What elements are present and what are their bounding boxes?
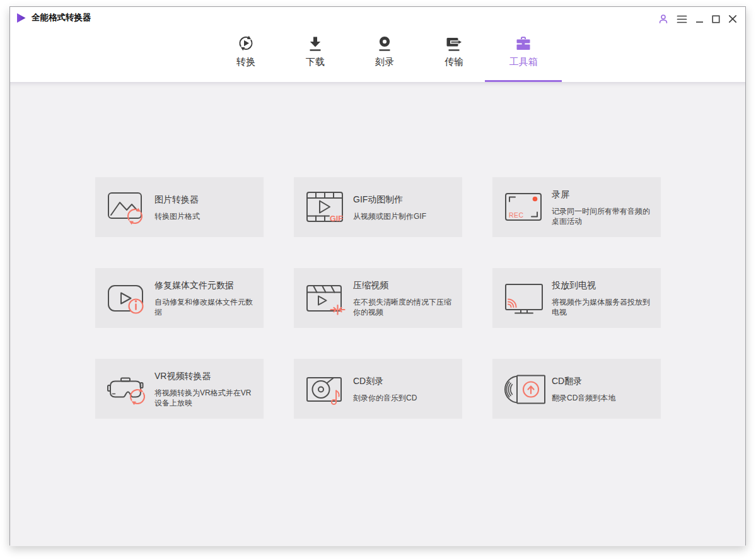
vr-converter-icon [104,370,152,408]
tool-card-title: CD翻录 [552,375,653,387]
maximize-icon[interactable] [712,15,720,23]
tool-card-subtitle: 自动修复和修改媒体文件元数据 [154,297,255,317]
app-title: 全能格式转换器 [32,12,91,23]
tool-card-subtitle: 从视频或图片制作GIF [353,211,454,221]
tab-download[interactable]: 下载 [290,33,340,82]
menu-icon[interactable] [677,15,687,24]
rec-icon-label: REC [509,211,524,219]
tool-card-subtitle: 在不损失清晰度的情况下压缩你的视频 [353,297,454,317]
tool-card-subtitle: 将视频作为媒体服务器投放到电视 [552,297,653,317]
cd-burn-icon [303,370,351,408]
tool-card-compress-video[interactable]: 压缩视频 在不损失清晰度的情况下压缩你的视频 [294,268,462,328]
titlebar: 全能格式转换器 [10,7,745,28]
tool-card-title: VR视频转换器 [154,370,255,382]
toolbox-panel: 图片转换器 转换图片格式 GIF [10,82,745,546]
app-logo-icon [16,13,26,23]
tool-card-title: 录屏 [552,188,653,201]
tool-grid: 图片转换器 转换图片格式 GIF [10,82,745,419]
tool-card-title: 图片转换器 [154,193,255,206]
tool-card-screen-recorder[interactable]: REC 录屏 记录同一时间所有带有音频的桌面活动 [492,177,661,237]
navbar: 转换 下载 刻录 [10,28,745,82]
account-icon[interactable] [658,14,668,24]
tool-card-vr-converter[interactable]: VR视频转换器 将视频转换为VR格式并在VR设备上放映 [95,359,264,419]
nav-tabs: 转换 下载 刻录 [24,28,745,82]
download-icon [290,33,340,54]
tab-label: 转换 [221,56,271,68]
tab-transfer[interactable]: 传输 [429,33,479,82]
tool-card-cd-rip[interactable]: CD翻录 翻录CD音频到本地 [492,359,661,419]
tool-card-subtitle: 翻录CD音频到本地 [552,393,653,403]
gif-maker-icon: GIF [303,189,351,226]
image-converter-icon [104,189,152,226]
tool-card-gif-maker[interactable]: GIF GIF动图制作 从视频或图片制作GIF [294,177,462,237]
gif-icon-label: GIF [330,214,343,223]
tab-burn[interactable]: 刻录 [359,33,410,82]
compress-video-icon [303,279,351,317]
tab-label: 传输 [429,56,479,68]
tool-card-title: 修复媒体文件元数据 [154,279,255,291]
tool-card-title: GIF动图制作 [353,193,454,206]
app-window: 全能格式转换器 [9,6,746,545]
tab-toolbox[interactable]: 工具箱 [498,33,549,82]
transfer-icon [429,33,479,54]
tab-label: 工具箱 [498,56,549,68]
tab-convert[interactable]: 转换 [221,33,271,82]
toolbox-icon [498,33,549,54]
tool-card-subtitle: 转换图片格式 [154,211,255,221]
minimize-icon[interactable] [695,15,704,23]
tab-label: 刻录 [359,56,410,68]
convert-icon [221,33,271,54]
tool-card-fix-metadata[interactable]: 修复媒体文件元数据 自动修复和修改媒体文件元数据 [95,268,264,328]
tool-card-subtitle: 将视频转换为VR格式并在VR设备上放映 [154,388,255,408]
tool-card-title: 投放到电视 [552,279,653,291]
tool-card-image-converter[interactable]: 图片转换器 转换图片格式 [95,177,264,237]
tool-card-title: 压缩视频 [353,279,454,291]
cd-rip-icon [501,370,549,408]
tool-card-subtitle: 刻录你的音乐到CD [353,393,454,403]
cast-to-tv-icon [501,279,549,317]
fix-metadata-icon [104,279,152,317]
screen-recorder-icon: REC [501,189,549,226]
tool-card-cast-to-tv[interactable]: 投放到电视 将视频作为媒体服务器投放到电视 [492,268,661,328]
burn-icon [359,33,410,54]
close-icon[interactable] [728,15,737,23]
tool-card-title: CD刻录 [353,375,454,387]
tool-card-subtitle: 记录同一时间所有带有音频的桌面活动 [552,206,653,226]
tool-card-cd-burn[interactable]: CD刻录 刻录你的音乐到CD [294,359,462,419]
tab-label: 下载 [290,56,340,68]
window-controls [658,14,737,24]
